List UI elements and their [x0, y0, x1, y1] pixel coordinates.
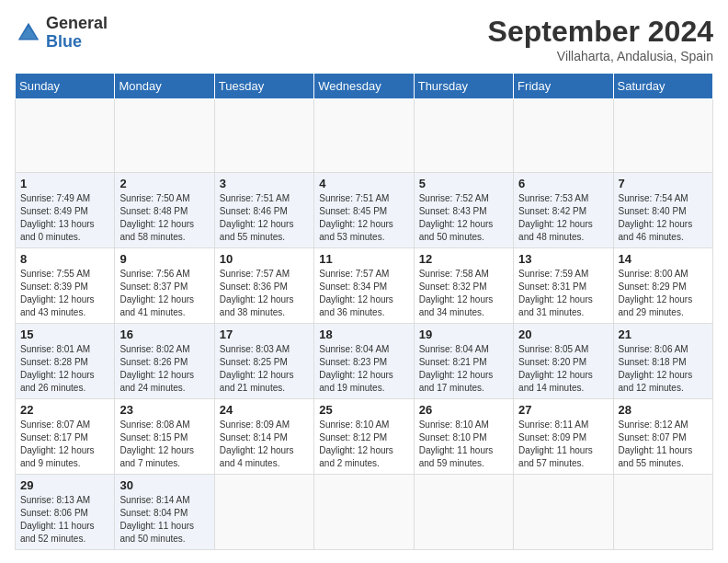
- day-number: 9: [119, 252, 209, 266]
- day-number: 16: [119, 327, 209, 341]
- day-info: Sunrise: 8:04 AMSunset: 8:23 PMDaylight:…: [319, 344, 393, 393]
- day-number: 11: [319, 252, 408, 266]
- calendar-cell: 7 Sunrise: 7:54 AMSunset: 8:40 PMDayligh…: [613, 173, 712, 248]
- calendar-week-row: [16, 99, 713, 173]
- calendar-cell: 10 Sunrise: 7:57 AMSunset: 8:36 PMDaylig…: [214, 248, 313, 324]
- calendar-cell: 14 Sunrise: 8:00 AMSunset: 8:29 PMDaylig…: [613, 248, 712, 324]
- calendar-cell: 9 Sunrise: 7:56 AMSunset: 8:37 PMDayligh…: [115, 248, 214, 324]
- col-saturday: Saturday: [613, 74, 712, 99]
- day-info: Sunrise: 8:11 AMSunset: 8:09 PMDaylight:…: [518, 419, 593, 468]
- day-info: Sunrise: 8:14 AMSunset: 8:04 PMDaylight:…: [119, 495, 194, 544]
- day-info: Sunrise: 7:59 AMSunset: 8:31 PMDaylight:…: [518, 269, 593, 317]
- col-thursday: Thursday: [414, 74, 513, 99]
- col-wednesday: Wednesday: [314, 74, 414, 99]
- day-info: Sunrise: 8:05 AMSunset: 8:20 PMDaylight:…: [518, 344, 593, 393]
- col-monday: Monday: [115, 74, 214, 99]
- calendar-week-row: 8 Sunrise: 7:55 AMSunset: 8:39 PMDayligh…: [16, 248, 713, 324]
- calendar-cell: [214, 475, 313, 550]
- month-title: September 2024: [488, 15, 713, 49]
- logo-text: General Blue: [46, 15, 108, 52]
- day-info: Sunrise: 7:51 AMSunset: 8:46 PMDaylight:…: [220, 193, 294, 242]
- calendar-cell: 15 Sunrise: 8:01 AMSunset: 8:28 PMDaylig…: [16, 324, 115, 399]
- day-info: Sunrise: 8:12 AMSunset: 8:07 PMDaylight:…: [619, 419, 693, 468]
- logo-blue-text: Blue: [46, 33, 108, 52]
- calendar-cell: 21 Sunrise: 8:06 AMSunset: 8:18 PMDaylig…: [613, 324, 712, 399]
- calendar-cell: 25 Sunrise: 8:10 AMSunset: 8:12 PMDaylig…: [314, 399, 414, 475]
- logo-icon: [15, 19, 42, 47]
- day-number: 5: [419, 177, 508, 190]
- calendar-week-row: 15 Sunrise: 8:01 AMSunset: 8:28 PMDaylig…: [16, 324, 713, 399]
- col-tuesday: Tuesday: [214, 74, 313, 99]
- day-number: 13: [518, 252, 608, 266]
- calendar-cell: [514, 99, 613, 173]
- calendar-cell: 22 Sunrise: 8:07 AMSunset: 8:17 PMDaylig…: [16, 399, 115, 475]
- day-info: Sunrise: 7:58 AMSunset: 8:32 PMDaylight:…: [419, 269, 494, 317]
- calendar-cell: 4 Sunrise: 7:51 AMSunset: 8:45 PMDayligh…: [314, 173, 414, 248]
- calendar-cell: 17 Sunrise: 8:03 AMSunset: 8:25 PMDaylig…: [214, 324, 313, 399]
- logo: General Blue: [15, 15, 108, 52]
- day-info: Sunrise: 8:01 AMSunset: 8:28 PMDaylight:…: [20, 344, 95, 393]
- calendar-cell: 12 Sunrise: 7:58 AMSunset: 8:32 PMDaylig…: [414, 248, 513, 324]
- day-number: 2: [119, 177, 209, 190]
- day-info: Sunrise: 7:51 AMSunset: 8:45 PMDaylight:…: [319, 193, 393, 242]
- calendar-cell: 11 Sunrise: 7:57 AMSunset: 8:34 PMDaylig…: [314, 248, 414, 324]
- day-info: Sunrise: 8:04 AMSunset: 8:21 PMDaylight:…: [419, 344, 494, 393]
- day-number: 26: [419, 403, 508, 417]
- day-number: 17: [220, 327, 309, 341]
- calendar-table: Sunday Monday Tuesday Wednesday Thursday…: [15, 73, 713, 550]
- day-info: Sunrise: 7:56 AMSunset: 8:37 PMDaylight:…: [119, 269, 194, 317]
- calendar-cell: 27 Sunrise: 8:11 AMSunset: 8:09 PMDaylig…: [514, 399, 613, 475]
- day-number: 25: [319, 403, 408, 417]
- day-info: Sunrise: 7:57 AMSunset: 8:34 PMDaylight:…: [319, 269, 393, 317]
- day-number: 27: [518, 403, 608, 417]
- calendar-week-row: 22 Sunrise: 8:07 AMSunset: 8:17 PMDaylig…: [16, 399, 713, 475]
- day-number: 24: [220, 403, 309, 417]
- day-info: Sunrise: 8:10 AMSunset: 8:10 PMDaylight:…: [419, 419, 494, 468]
- day-info: Sunrise: 7:57 AMSunset: 8:36 PMDaylight:…: [220, 269, 294, 317]
- calendar-cell: 29 Sunrise: 8:13 AMSunset: 8:06 PMDaylig…: [16, 475, 115, 550]
- day-number: 15: [20, 327, 109, 341]
- calendar-cell: 30 Sunrise: 8:14 AMSunset: 8:04 PMDaylig…: [115, 475, 214, 550]
- day-info: Sunrise: 8:06 AMSunset: 8:18 PMDaylight:…: [619, 344, 693, 393]
- calendar-cell: [613, 475, 712, 550]
- day-number: 7: [619, 177, 708, 190]
- day-info: Sunrise: 7:49 AMSunset: 8:49 PMDaylight:…: [20, 193, 95, 242]
- day-info: Sunrise: 8:00 AMSunset: 8:29 PMDaylight:…: [619, 269, 693, 317]
- calendar-body: 1 Sunrise: 7:49 AMSunset: 8:49 PMDayligh…: [16, 99, 713, 550]
- col-friday: Friday: [514, 74, 613, 99]
- calendar-cell: 20 Sunrise: 8:05 AMSunset: 8:20 PMDaylig…: [514, 324, 613, 399]
- day-number: 8: [20, 252, 109, 266]
- day-info: Sunrise: 8:03 AMSunset: 8:25 PMDaylight:…: [220, 344, 294, 393]
- calendar-header-row: Sunday Monday Tuesday Wednesday Thursday…: [16, 74, 713, 99]
- calendar-week-row: 1 Sunrise: 7:49 AMSunset: 8:49 PMDayligh…: [16, 173, 713, 248]
- day-number: 3: [220, 177, 309, 190]
- calendar-cell: [514, 475, 613, 550]
- calendar-cell: [314, 475, 414, 550]
- title-block: September 2024 Villaharta, Andalusia, Sp…: [488, 15, 713, 63]
- day-number: 23: [119, 403, 209, 417]
- calendar-cell: 18 Sunrise: 8:04 AMSunset: 8:23 PMDaylig…: [314, 324, 414, 399]
- day-number: 14: [619, 252, 708, 266]
- calendar-cell: [214, 99, 313, 173]
- day-number: 29: [20, 478, 109, 492]
- calendar-week-row: 29 Sunrise: 8:13 AMSunset: 8:06 PMDaylig…: [16, 475, 713, 550]
- calendar-cell: 5 Sunrise: 7:52 AMSunset: 8:43 PMDayligh…: [414, 173, 513, 248]
- day-info: Sunrise: 7:52 AMSunset: 8:43 PMDaylight:…: [419, 193, 494, 242]
- day-number: 12: [419, 252, 508, 266]
- calendar-cell: 3 Sunrise: 7:51 AMSunset: 8:46 PMDayligh…: [214, 173, 313, 248]
- day-number: 20: [518, 327, 608, 341]
- day-info: Sunrise: 8:07 AMSunset: 8:17 PMDaylight:…: [20, 419, 95, 468]
- calendar-cell: [115, 99, 214, 173]
- day-number: 10: [220, 252, 309, 266]
- calendar-cell: 16 Sunrise: 8:02 AMSunset: 8:26 PMDaylig…: [115, 324, 214, 399]
- calendar-cell: 26 Sunrise: 8:10 AMSunset: 8:10 PMDaylig…: [414, 399, 513, 475]
- day-info: Sunrise: 8:08 AMSunset: 8:15 PMDaylight:…: [119, 419, 194, 468]
- calendar-cell: 2 Sunrise: 7:50 AMSunset: 8:48 PMDayligh…: [115, 173, 214, 248]
- day-number: 28: [619, 403, 708, 417]
- calendar-cell: 8 Sunrise: 7:55 AMSunset: 8:39 PMDayligh…: [16, 248, 115, 324]
- logo-general-text: General: [46, 15, 108, 33]
- calendar-cell: 13 Sunrise: 7:59 AMSunset: 8:31 PMDaylig…: [514, 248, 613, 324]
- calendar-cell: 1 Sunrise: 7:49 AMSunset: 8:49 PMDayligh…: [16, 173, 115, 248]
- day-number: 19: [419, 327, 508, 341]
- day-info: Sunrise: 7:54 AMSunset: 8:40 PMDaylight:…: [619, 193, 693, 242]
